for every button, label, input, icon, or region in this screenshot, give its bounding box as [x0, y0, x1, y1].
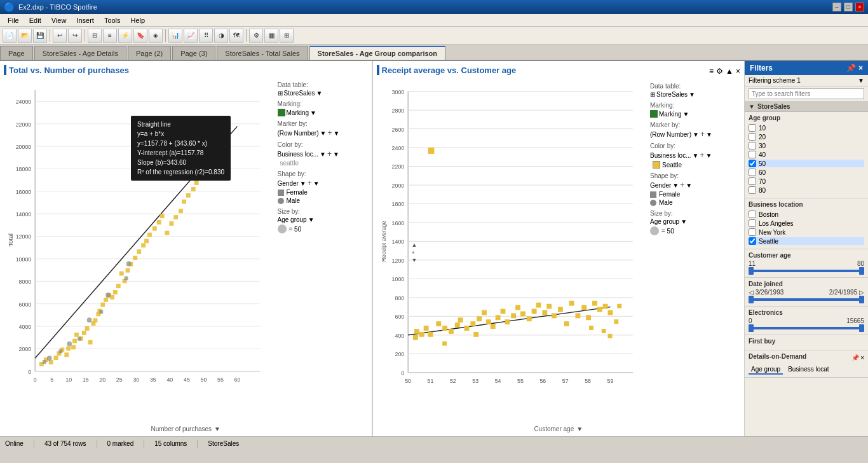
- close-chart-button[interactable]: ×: [736, 67, 740, 76]
- right-size-by-dropdown[interactable]: Age group ▼: [650, 218, 740, 225]
- tab-storesales-agegroup[interactable]: StoreSales - Age Group comparison: [309, 46, 445, 60]
- redo-button[interactable]: ↪: [68, 29, 82, 43]
- electronics-max-thumb[interactable]: [859, 324, 864, 332]
- chart-bar[interactable]: 📊: [168, 29, 182, 43]
- data-table-dropdown[interactable]: ⊞ StoreSales ▼: [278, 90, 368, 97]
- right-color-by-dropdown[interactable]: Business loc... ▼ + ▼: [650, 151, 740, 160]
- svg-text:45: 45: [184, 377, 190, 383]
- maximize-button[interactable]: □: [844, 3, 853, 11]
- svg-rect-162: [495, 315, 500, 320]
- svg-rect-60: [100, 303, 105, 307]
- svg-text:2000: 2000: [391, 183, 404, 189]
- menu-tools[interactable]: Tools: [99, 16, 126, 25]
- electronics-track[interactable]: [749, 327, 864, 329]
- svg-rect-57: [93, 318, 98, 322]
- electronics-min-thumb[interactable]: [749, 324, 754, 332]
- menu-file[interactable]: File: [3, 16, 24, 25]
- filter-button[interactable]: ⊟: [88, 29, 102, 43]
- settings-icon[interactable]: ⚙: [716, 67, 723, 76]
- new-button[interactable]: 📄: [3, 29, 17, 43]
- close-button[interactable]: ×: [855, 3, 864, 11]
- tool1[interactable]: ≡: [103, 29, 117, 43]
- tab-page3[interactable]: Page (3): [172, 46, 215, 60]
- marking-dropdown[interactable]: Marking ▼: [278, 109, 368, 116]
- tab-page2[interactable]: Page (2): [128, 46, 171, 60]
- right-chart-controls: Data table: ⊞ StoreSales ▼ Marking: Mark…: [645, 79, 740, 425]
- minimize-button[interactable]: –: [832, 3, 841, 11]
- svg-rect-84: [191, 187, 196, 191]
- svg-rect-191: [412, 335, 417, 340]
- date-joined-min-thumb[interactable]: [749, 296, 754, 303]
- date-joined-max-thumb[interactable]: [859, 296, 864, 303]
- chart-scatter[interactable]: ⠿: [199, 29, 213, 43]
- svg-text:59: 59: [607, 378, 613, 384]
- marked-count: 0 marked: [107, 440, 134, 447]
- nav-plus[interactable]: +: [412, 249, 417, 256]
- svg-rect-70: [133, 256, 137, 260]
- undo-button[interactable]: ↩: [53, 29, 67, 43]
- menu-help[interactable]: Help: [126, 16, 151, 25]
- age-40-checkbox[interactable]: [749, 151, 756, 158]
- tab-storesales-age[interactable]: StoreSales - Age Details: [34, 46, 126, 60]
- right-marker-by-dropdown[interactable]: (Row Number) ▼ + ▼: [650, 130, 740, 139]
- date-joined-track[interactable]: [749, 298, 864, 301]
- menu-insert[interactable]: Insert: [71, 16, 99, 25]
- chart-pie[interactable]: ◑: [214, 29, 228, 43]
- dod-close-icon[interactable]: ×: [860, 354, 864, 361]
- expand-icon[interactable]: ▼: [749, 103, 755, 110]
- customer-age-track[interactable]: [749, 270, 864, 272]
- filters-header-controls[interactable]: 📌 ×: [846, 64, 863, 73]
- right-shape-by-dropdown[interactable]: Gender ▼ + ▼: [650, 181, 740, 190]
- boston-checkbox[interactable]: [749, 211, 756, 218]
- marker-by-dropdown[interactable]: (Row Number) ▼ + ▼: [278, 128, 368, 137]
- filters-panel: Filters 📌 × Filtering scheme 1 ▼ ▼ Store…: [744, 61, 868, 436]
- age-20-checkbox[interactable]: [749, 133, 756, 141]
- age-30-checkbox[interactable]: [749, 142, 756, 149]
- save-button[interactable]: 💾: [33, 29, 47, 43]
- collapse-icon[interactable]: ▲: [726, 67, 733, 76]
- filtering-scheme-dropdown[interactable]: ▼: [858, 77, 864, 84]
- dod-tab-business-location[interactable]: Business locat: [785, 365, 831, 375]
- tool6[interactable]: ▦: [264, 29, 278, 43]
- filter-search-input[interactable]: [749, 88, 864, 99]
- tool3[interactable]: 🔖: [133, 29, 147, 43]
- dod-pin-icon[interactable]: 📌: [851, 354, 859, 361]
- age-60-checkbox[interactable]: [749, 169, 756, 176]
- tab-storesales-total[interactable]: StoreSales - Total Sales: [217, 46, 308, 60]
- tool2[interactable]: ⚡: [118, 29, 132, 43]
- menu-view[interactable]: View: [46, 16, 72, 25]
- open-button[interactable]: 📂: [18, 29, 32, 43]
- chart-map[interactable]: 🗺: [229, 29, 243, 43]
- dod-tab-age-group[interactable]: Age group: [749, 365, 783, 375]
- nav-down-arrow[interactable]: ▼: [412, 257, 417, 263]
- tool7[interactable]: ⊞: [280, 29, 294, 43]
- color-by-dropdown[interactable]: Business loc... ▼ + ▼: [278, 149, 368, 158]
- age-10-checkbox[interactable]: [749, 124, 756, 132]
- nav-up-arrow[interactable]: ▲: [412, 242, 417, 248]
- age-50-checkbox[interactable]: [749, 160, 756, 167]
- pin-icon[interactable]: 📌: [846, 64, 856, 73]
- size-by-dropdown[interactable]: Age group ▼: [278, 216, 368, 223]
- list-icon[interactable]: ≡: [709, 67, 714, 76]
- chart-line[interactable]: 📈: [184, 29, 198, 43]
- x-axis-dropdown-right[interactable]: ▼: [576, 425, 583, 432]
- x-axis-dropdown[interactable]: ▼: [214, 425, 220, 432]
- age-slider-min-thumb[interactable]: [749, 267, 754, 275]
- legend-female: Female: [278, 189, 368, 196]
- right-marking-dropdown[interactable]: Marking ▼: [650, 110, 740, 118]
- tab-page[interactable]: Page: [0, 46, 33, 60]
- tool4[interactable]: ◈: [149, 29, 163, 43]
- right-data-table-dropdown[interactable]: ⊞ StoreSales ▼: [650, 91, 740, 98]
- new-york-checkbox[interactable]: [749, 228, 756, 236]
- age-slider-max-thumb[interactable]: [859, 267, 864, 275]
- seattle-checkbox[interactable]: [749, 237, 756, 245]
- titlebar-controls[interactable]: – □ ×: [832, 3, 864, 11]
- svg-text:20: 20: [99, 377, 105, 383]
- shape-by-dropdown[interactable]: Gender ▼ + ▼: [278, 179, 368, 188]
- age-70-checkbox[interactable]: [749, 177, 756, 185]
- close-filters-button[interactable]: ×: [858, 64, 863, 73]
- menu-edit[interactable]: Edit: [24, 16, 46, 25]
- los-angeles-checkbox[interactable]: [749, 219, 756, 227]
- age-80-checkbox[interactable]: [749, 186, 756, 194]
- tool5[interactable]: ⚙: [249, 29, 263, 43]
